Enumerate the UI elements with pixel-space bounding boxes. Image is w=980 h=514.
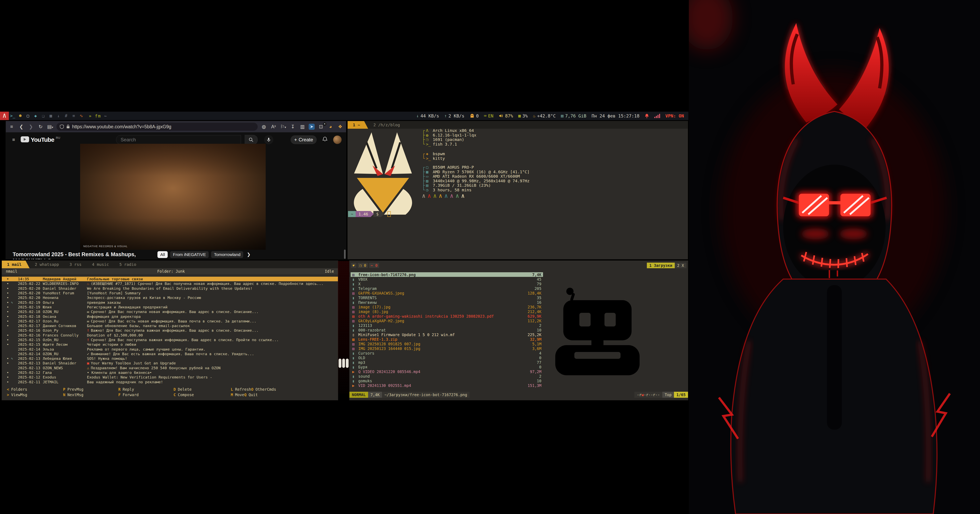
mail-row[interactable]: • 2025-02-20 YunoHost Forum [YunoHost Fo… — [2, 291, 338, 295]
notification-module[interactable]: 0 — [470, 113, 479, 118]
extensions-puzzle-icon[interactable]: ❖ — [337, 124, 344, 129]
workspace-icon[interactable]: ∿ — [78, 113, 85, 118]
search-bar[interactable] — [116, 135, 241, 144]
mail-row[interactable]: • 2025-02-12 Гала • Клиенты для вашего б… — [2, 370, 338, 375]
mail-row[interactable]: • 14:35 Медведев Андрей Глобальные торго… — [2, 277, 338, 281]
mail-row[interactable]: 2025-02-13 OZON_NEWS ⚠Поздравляем! Вам н… — [2, 366, 338, 370]
workspace-icon[interactable]: ◈ — [32, 113, 39, 118]
file-row[interactable]: ▮ 000-razobrat 10 — [351, 328, 543, 332]
keybind[interactable]: MMove — [231, 393, 244, 397]
yazi-tab[interactable]: 2 X — [675, 263, 686, 268]
mic-button[interactable] — [264, 135, 273, 144]
file-row[interactable]: ▮ Telegram 205 — [351, 286, 543, 291]
video-player[interactable]: NEGATIVE RECORDS & VISUAL — [80, 144, 266, 250]
arch-launcher-icon[interactable]: Λ — [0, 111, 9, 120]
lock-icon[interactable] — [66, 124, 70, 129]
workspace-icon[interactable]: >_ — [9, 113, 16, 118]
file-row[interactable]: ▮ gomuks 10 — [351, 379, 543, 383]
file-row[interactable]: ▮ Пингвины 16 — [351, 300, 543, 305]
mail-row[interactable]: • ✎ 2025-02-19 Ольга приведем заказы — [2, 300, 338, 305]
mail-tab[interactable]: 1 mail — [2, 261, 30, 268]
forward-icon[interactable]: ❯ — [27, 124, 34, 129]
volume-module[interactable]: 87% — [499, 113, 513, 118]
download-icon[interactable]: ↧ — [290, 124, 296, 129]
mail-row[interactable]: • 2025-02-12 Exodus Exodus Wallet: New V… — [2, 375, 338, 379]
mail-row[interactable]: • 2025-02-19 Юлия Регистрация и Ликвидац… — [2, 305, 338, 309]
keyboard-layout-module[interactable]: ⌨EN — [484, 113, 493, 118]
reload-icon[interactable]: ↻ — [37, 124, 44, 129]
chips-more-icon[interactable]: ❯ — [247, 252, 250, 257]
keybind[interactable]: DDelete — [173, 387, 231, 391]
terminal-tab[interactable]: 1 ~ — [348, 121, 368, 129]
file-row[interactable]: ▶ VID_20241130_092551.mp4 151,3M — [351, 383, 543, 388]
file-row[interactable]: ▮ Буря 0 — [351, 364, 543, 369]
file-row[interactable]: ▨ GkC0yLaXgAAP-H2.jpeg 112,2K — [351, 318, 543, 323]
workspace-icon[interactable]: ≡ — [70, 113, 78, 118]
terminal-cursor[interactable] — [387, 211, 391, 217]
file-row[interactable]: ▶ Q_VIDEO_20241220_085546.mp4 97,2M — [351, 369, 543, 374]
yazi-tab[interactable]: 1 Загрузки — [647, 263, 675, 268]
filter-chip[interactable]: Tomorrowland — [211, 251, 243, 258]
keybind[interactable]: RReply — [118, 387, 173, 391]
mail-row[interactable]: • 2025-02-17 Даниил Сотников Большое обн… — [2, 323, 338, 328]
clock-module[interactable]: Пн 24 фев 15:27:18 — [592, 113, 640, 118]
back-icon[interactable]: ❮ — [18, 124, 25, 129]
mail-row[interactable]: • 2025-02-18 Оксана Информация для дирек… — [2, 314, 338, 319]
mail-tab[interactable]: 4 music — [87, 261, 114, 268]
mail-row[interactable]: • 2025-02-15 OzOn_RU !Срочно! Для Вас по… — [2, 337, 338, 342]
file-row[interactable]: ▯ MiniFuse1_Firmware_Update_1_5_0_212_wi… — [351, 332, 543, 337]
rss-icon[interactable]: ◍ — [261, 124, 267, 129]
mail-row[interactable]: • 2025-02-20 Неонила Экспресс-доставка г… — [2, 295, 338, 300]
workspace-icon[interactable]: ↓ — [55, 113, 62, 118]
workspace-icon[interactable]: # — [62, 113, 70, 118]
mail-tab[interactable]: 2 whatsapp — [30, 261, 64, 268]
alert-module[interactable] — [644, 113, 649, 118]
reader-mode-icon[interactable]: ▤▾ — [47, 124, 54, 129]
keybind[interactable]: CCompose — [173, 393, 231, 397]
url-text[interactable]: https://www.youtube.com/watch?v=5b8A-jgx… — [72, 124, 171, 129]
workspace-icon[interactable]: ❏ — [39, 113, 47, 118]
keybind[interactable]: QQuit — [244, 393, 258, 397]
mail-tab[interactable]: 5 radio — [114, 261, 142, 268]
mail-row[interactable]: • 2025-02-20 Daniel Shnaider We Are Brea… — [2, 286, 338, 291]
shield-icon[interactable] — [60, 124, 64, 129]
file-row[interactable]: ▮ sound 2 — [351, 374, 543, 379]
vpn-status[interactable]: VPN: ON — [665, 113, 684, 118]
keybind[interactable]: >ViewMsg — [7, 393, 63, 397]
file-row[interactable]: ▧ Lens-FREE-1.3.zip 32,9M — [351, 337, 543, 342]
browser-menu-icon[interactable]: ≡ — [8, 124, 15, 129]
terminal-tab[interactable]: 2 /h/z/blog — [368, 121, 405, 129]
filter-chip[interactable]: All — [158, 251, 168, 258]
mail-tab[interactable]: 3 rss — [64, 261, 87, 268]
keybind[interactable]: LRefresh — [231, 387, 251, 391]
scrollbar-thumb[interactable] — [344, 250, 345, 259]
avatar[interactable] — [333, 135, 342, 144]
mail-row[interactable]: • 2025-02-16 Frances Connolly Donation o… — [2, 333, 338, 337]
mail-row[interactable]: • 2025-02-22 WILDBERRIES-INFO ♨(ИЗВЕЩЕНИ… — [2, 281, 338, 286]
file-row[interactable]: ▨ GkFPR-GXUAACWSS.jpeg 128,4K — [351, 291, 543, 295]
mail-row[interactable]: • 2025-02-15 Идите Лесом Четыре истории … — [2, 342, 338, 347]
translate-icon[interactable]: Aˣ — [270, 124, 277, 129]
keybind[interactable]: OOtherCmds — [251, 387, 276, 391]
screenshot-extension-icon[interactable]: ⊡ — [318, 124, 325, 129]
file-row[interactable]: ▮ 123113 2 — [351, 323, 543, 328]
youtube-logo[interactable]: YouTube RU — [21, 136, 60, 143]
keybind[interactable]: NNextMsg — [63, 393, 118, 397]
mail-row[interactable]: 2025-02-16 Ozon_Py !Важно! Для Вас посту… — [2, 328, 338, 333]
file-row[interactable]: ▮ TORRENTS 35 — [351, 295, 543, 300]
create-button[interactable]: +Create — [291, 135, 317, 144]
pointer-extension-icon[interactable]: ➤ — [309, 124, 315, 130]
mail-row[interactable]: 2025-02-14 OZON_RU ✓Внимание! Для Вас ес… — [2, 352, 338, 356]
bookmark-icon[interactable]: ⚐▾ — [280, 124, 286, 129]
url-bar[interactable]: https://www.youtube.com/watch?v=5b8A-jgx… — [56, 123, 258, 131]
sidebar-icon[interactable]: ▥ — [299, 124, 306, 129]
mail-row[interactable]: • ✎ 2025-02-13 Лебедева Юлия SOS! Нужна … — [2, 356, 338, 361]
file-row[interactable]: ▮ Cursors 4 — [351, 351, 543, 355]
keybind[interactable]: <Folders — [7, 387, 63, 391]
search-input[interactable] — [120, 137, 229, 143]
mail-row[interactable]: • 2025-02-11 JETMAIL Ваш надежный подряд… — [2, 380, 338, 384]
mask-extension-icon[interactable]: ◕ — [327, 124, 334, 129]
file-row[interactable]: ▤ oth_A_ardor-gaming-wakizashi_instrukci… — [351, 314, 543, 318]
file-row[interactable]: ▮ OLD 0 — [351, 355, 543, 360]
file-row[interactable]: ▨ image (8).jpg 212,4K — [351, 309, 543, 314]
